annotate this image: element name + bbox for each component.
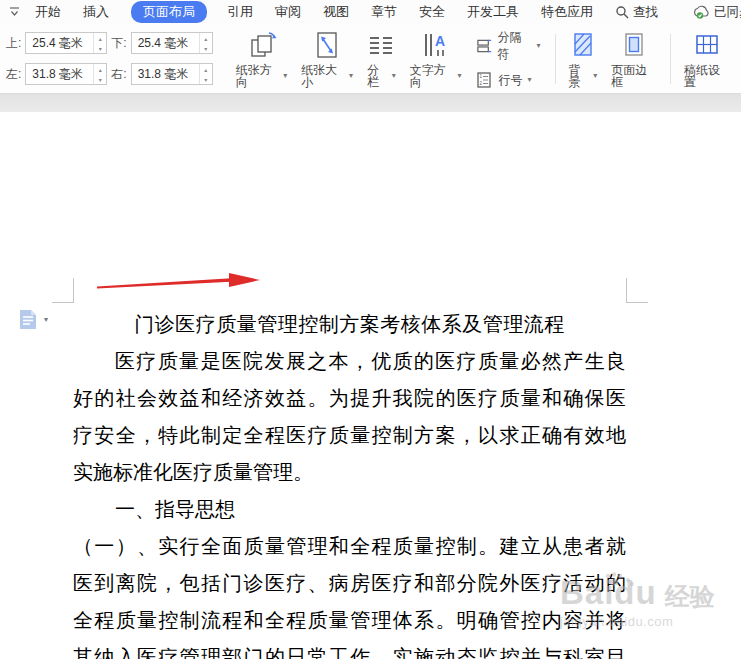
workspace-background — [0, 94, 741, 112]
margin-right-input[interactable]: 31.8 毫米 ▴▾ — [131, 63, 213, 85]
margin-top-stepper[interactable]: ▴▾ — [93, 33, 106, 53]
page-border-icon — [622, 29, 646, 59]
ribbon-collapse-icon[interactable] — [8, 5, 21, 19]
tab-review[interactable]: 审阅 — [275, 3, 301, 21]
columns-icon — [367, 29, 395, 59]
chevron-down-icon: ▾ — [349, 72, 353, 80]
menu-bar: 开始 插入 页面布局 引用 审阅 视图 章节 安全 开发工具 特色应用 查找 已… — [0, 0, 741, 24]
find-label: 查找 — [633, 4, 658, 21]
grid-paper-setup-button[interactable]: 稿纸设置 — [677, 28, 737, 90]
margin-left-stepper[interactable]: ▴▾ — [93, 64, 106, 84]
tab-page-layout[interactable]: 页面布局 — [131, 1, 207, 23]
chevron-down-icon: ▾ — [44, 316, 48, 324]
ribbon-separator — [670, 34, 671, 84]
page-border-button[interactable]: 页面边框 — [604, 28, 664, 90]
margin-top-input[interactable]: 25.4 毫米 ▴▾ — [25, 32, 107, 54]
heading-line: 一、指导思想 — [73, 491, 626, 528]
margin-left-label: 左: — [6, 66, 21, 83]
chevron-down-icon: ▾ — [593, 72, 597, 80]
margin-bottom-label: 下: — [111, 35, 126, 52]
paragraph-line: 医到离院，包括门诊医疗、病房医疗和部分院外医疗活动的 — [73, 565, 626, 602]
svg-text:A: A — [435, 33, 445, 49]
tab-references[interactable]: 引用 — [227, 3, 253, 21]
line-numbers-icon: 12 — [476, 72, 493, 88]
chevron-down-icon: ▾ — [457, 72, 461, 80]
menu-right-cluster: 查找 已同步 ▾ — [615, 4, 741, 21]
margin-corner-mark-right — [626, 278, 627, 302]
search-icon — [615, 5, 629, 19]
paragraph-line: 好的社会效益和经济效益。为提升我院的医疗质量和确保医 — [73, 380, 626, 417]
paper-size-button[interactable]: 纸张大小▾ — [294, 28, 360, 90]
margin-bottom-input[interactable]: 25.4 毫米 ▴▾ — [131, 32, 213, 54]
tab-section[interactable]: 章节 — [371, 3, 397, 21]
paper-size-icon — [314, 29, 340, 59]
text-direction-button[interactable]: A 文字方向▾ — [403, 28, 469, 90]
tab-view[interactable]: 视图 — [323, 3, 349, 21]
find-button[interactable]: 查找 — [615, 4, 658, 21]
tab-insert[interactable]: 插入 — [83, 3, 109, 21]
margin-bottom-stepper[interactable]: ▴▾ — [199, 33, 212, 53]
margin-corner-mark-right — [626, 302, 648, 303]
columns-button[interactable]: 分栏▾ — [360, 28, 403, 90]
tab-security[interactable]: 安全 — [419, 3, 445, 21]
chevron-down-icon: ▾ — [283, 72, 287, 80]
paragraph-line: 其纳入医疗管理部门的日常工作，实施动态监控并与科室目 — [73, 639, 626, 659]
margin-settings-group: 上: 25.4 毫米 ▴▾ 下: 25.4 毫米 ▴▾ 左: 31.8 毫米 ▴… — [6, 32, 213, 85]
paper-orientation-button[interactable]: 纸张方向▾ — [229, 28, 295, 90]
red-arrow-annotation — [95, 268, 267, 294]
background-button[interactable]: 背景▾ — [561, 28, 604, 90]
breaks-linenumbers-group: 分隔符▾ 12 行号▾ — [468, 29, 548, 89]
margin-top-label: 上: — [6, 35, 21, 52]
tab-home[interactable]: 开始 — [35, 3, 61, 21]
paragraph-line: 疗安全，特此制定全程医疗质量控制方案，以求正确有效地 — [73, 417, 626, 454]
margin-left-input[interactable]: 31.8 毫米 ▴▾ — [25, 63, 107, 85]
margin-right-stepper[interactable]: ▴▾ — [199, 64, 212, 84]
paragraph-line: 实施标准化医疗质量管理。 — [73, 454, 626, 491]
chevron-down-icon: ▾ — [537, 42, 541, 50]
breaks-button[interactable]: 分隔符▾ — [476, 29, 540, 63]
text-direction-icon: A — [421, 29, 451, 59]
paragraph-line: 医疗质量是医院发展之本，优质的医疗质量必然产生良 — [73, 343, 626, 380]
cloud-sync-icon — [692, 5, 710, 19]
margin-right-label: 右: — [111, 66, 126, 83]
sync-status[interactable]: 已同步 ▾ — [692, 4, 741, 21]
tab-dev-tools[interactable]: 开发工具 — [467, 3, 519, 21]
chevron-down-icon: ▾ — [392, 72, 396, 80]
breaks-icon — [476, 38, 492, 54]
document-text[interactable]: 门诊医疗质量管理控制方案考核体系及管理流程 医疗质量是医院发展之本，优质的医疗质… — [73, 306, 626, 659]
paragraph-line: （一）、实行全面质量管理和全程质量控制。建立从患者就 — [73, 528, 626, 565]
line-numbers-button[interactable]: 12 行号▾ — [476, 72, 540, 89]
paper-orientation-icon — [247, 29, 277, 59]
document-widget-icon — [18, 309, 38, 330]
grid-paper-icon — [694, 29, 720, 59]
paragraph-line: 全程质量控制流程和全程质量管理体系。明确管控内容并将 — [73, 602, 626, 639]
tab-special-features[interactable]: 特色应用 — [541, 3, 593, 21]
ribbon-separator — [555, 34, 556, 84]
margin-corner-mark-left — [52, 302, 74, 303]
margin-corner-mark-left — [73, 278, 74, 302]
chevron-down-icon: ▾ — [527, 76, 531, 84]
page-layout-ribbon: 上: 25.4 毫米 ▴▾ 下: 25.4 毫米 ▴▾ 左: 31.8 毫米 ▴… — [0, 24, 741, 94]
page-tool-widget[interactable]: ▾ — [18, 309, 48, 330]
document-title: 门诊医疗质量管理控制方案考核体系及管理流程 — [73, 306, 626, 343]
background-icon — [571, 29, 595, 59]
sync-label: 已同步 — [714, 4, 741, 21]
